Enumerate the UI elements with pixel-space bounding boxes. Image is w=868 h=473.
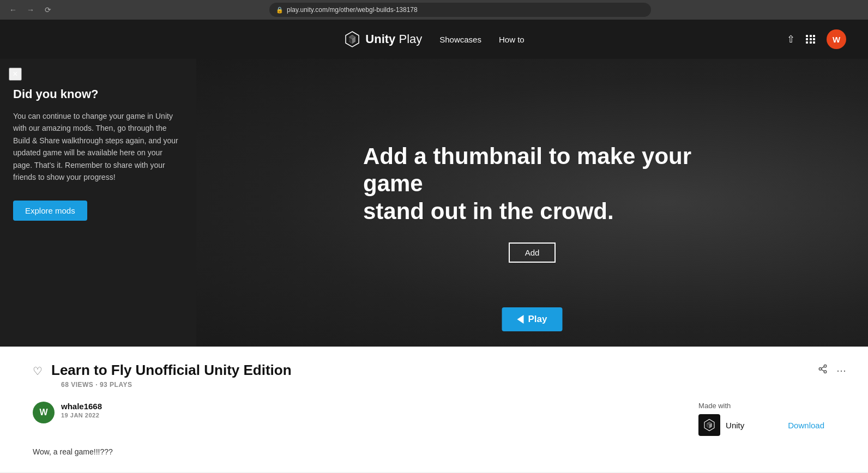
author-section: W whale1668 19 JAN 2022 Made with — [33, 402, 846, 436]
author-details: whale1668 19 JAN 2022 — [61, 402, 102, 419]
explore-mods-button[interactable]: Explore mods — [13, 201, 87, 221]
thumbnail-headline: Add a thumbnail to make your game stand … — [341, 143, 723, 225]
svg-point-8 — [824, 371, 827, 373]
unity-cube-icon — [343, 31, 361, 48]
tooltip-panel: × Did you know? You can continue to chan… — [0, 59, 196, 347]
like-button[interactable]: ♡ — [33, 365, 43, 378]
made-with-row: Unity Download — [698, 414, 824, 436]
browser-chrome: ← → ⟳ 🔒 play.unity.com/mg/other/webgl-bu… — [0, 0, 868, 20]
download-link[interactable]: Download — [788, 421, 824, 430]
made-with-label: Made with — [698, 402, 824, 410]
nav-showcases[interactable]: Showcases — [439, 35, 481, 44]
play-triangle-icon — [517, 315, 524, 324]
made-with-section: Made with Unity Download — [698, 402, 846, 436]
game-preview: Add a thumbnail to make your game stand … — [196, 59, 868, 347]
upload-button[interactable]: ⇧ — [787, 33, 795, 45]
reload-button[interactable]: ⟳ — [41, 3, 55, 16]
author-info: W whale1668 19 JAN 2022 — [33, 402, 102, 436]
unity-engine-icon — [698, 414, 720, 436]
svg-line-9 — [821, 369, 824, 371]
user-avatar[interactable]: W — [827, 29, 846, 49]
navbar: Unity Play Showcases How to ⇧ W — [0, 20, 868, 59]
unity-logo[interactable]: Unity Play — [343, 31, 422, 48]
brand-name: Unity Play — [365, 32, 422, 46]
game-title: Learn to Fly Unofficial Unity Edition — [51, 362, 292, 379]
game-title-row: ♡ Learn to Fly Unofficial Unity Edition … — [33, 362, 846, 379]
svg-point-7 — [819, 368, 822, 371]
more-options-button[interactable]: ⋯ — [836, 365, 846, 377]
game-actions-right: ⋯ — [818, 364, 846, 377]
share-button[interactable] — [818, 364, 828, 377]
nav-links: Showcases How to — [439, 35, 524, 44]
tooltip-title: Did you know? — [13, 87, 183, 101]
author-date: 19 JAN 2022 — [61, 412, 102, 419]
lock-icon: 🔒 — [276, 7, 284, 14]
play-button[interactable]: Play — [502, 307, 563, 331]
navbar-right: ⇧ W — [787, 29, 846, 49]
add-thumbnail-button[interactable]: Add — [509, 242, 556, 263]
svg-line-10 — [821, 367, 824, 368]
main-content: × Did you know? You can continue to chan… — [0, 59, 868, 347]
author-name: whale1668 — [61, 402, 102, 411]
url-text: play.unity.com/mg/other/webgl-builds-138… — [287, 6, 418, 14]
navbar-left: Unity Play Showcases How to — [22, 31, 846, 48]
svg-point-6 — [824, 365, 827, 368]
bottom-section: ♡ Learn to Fly Unofficial Unity Edition … — [0, 347, 868, 472]
comment-text: Wow, a real game!!!??? — [33, 447, 113, 456]
engine-name: Unity — [726, 421, 744, 430]
nav-howto[interactable]: How to — [499, 35, 525, 44]
game-title-left: ♡ Learn to Fly Unofficial Unity Edition — [33, 362, 292, 379]
game-stats: 68 VIEWS · 93 PLAYS — [61, 381, 846, 389]
author-avatar: W — [33, 402, 55, 423]
tooltip-body: You can continue to change your game in … — [13, 110, 183, 183]
grid-menu-button[interactable] — [806, 35, 816, 44]
made-with-engine: Unity — [698, 414, 744, 436]
forward-button[interactable]: → — [24, 3, 37, 16]
comment-section: Wow, a real game!!!??? — [33, 447, 846, 457]
close-button[interactable]: × — [9, 68, 22, 81]
address-bar[interactable]: 🔒 play.unity.com/mg/other/webgl-builds-1… — [269, 3, 651, 17]
back-button[interactable]: ← — [7, 3, 20, 16]
